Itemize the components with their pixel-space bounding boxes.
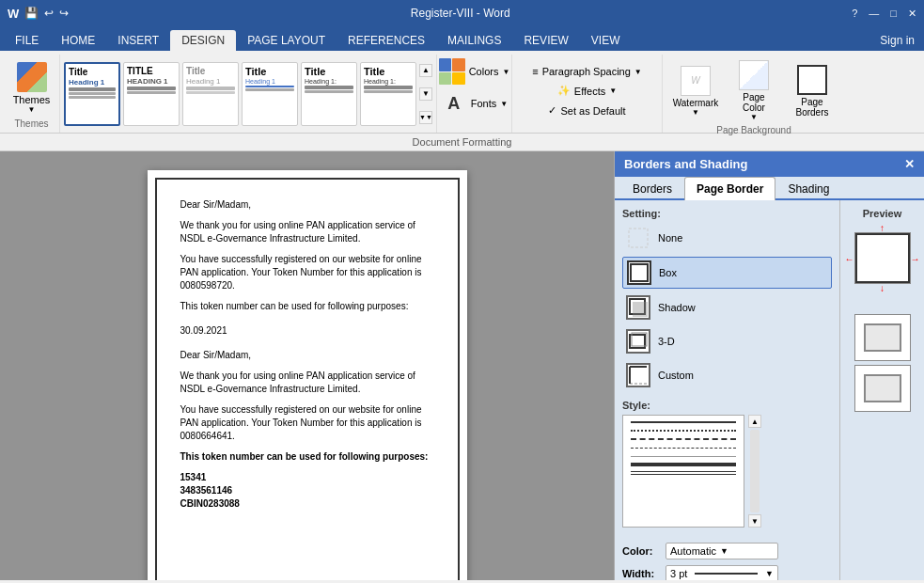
help-button[interactable]: ? [852, 8, 857, 20]
tab-file[interactable]: FILE [4, 30, 50, 51]
setting-3d[interactable]: 3-D [622, 326, 832, 356]
color-dropdown[interactable]: Automatic ▼ [666, 543, 778, 559]
style-dotted-1[interactable] [627, 428, 740, 433]
redo-icon[interactable]: ↪ [59, 7, 69, 20]
page-borders-icon [797, 65, 827, 95]
tab-insert[interactable]: INSERT [106, 30, 170, 51]
effects-chevron-icon: ▼ [609, 87, 617, 95]
none-icon-svg [627, 227, 650, 249]
watermark-button[interactable]: W Watermark ▼ [668, 62, 723, 120]
theme-preview-5[interactable]: Title Heading 1: [301, 62, 357, 126]
style-dashed-1[interactable] [627, 436, 740, 442]
close-button[interactable]: ✕ [908, 8, 916, 20]
setting-box[interactable]: Box [622, 257, 832, 289]
page-color-button[interactable]: PageColor ▼ [727, 56, 781, 125]
style-dash-dot-1[interactable] [627, 445, 740, 450]
bs-body: Setting: None [615, 200, 924, 580]
setting-custom-icon [626, 363, 650, 387]
title-bar-left: W 💾 ↩ ↪ [8, 7, 69, 21]
effects-button[interactable]: ✨ Effects ▼ [554, 83, 620, 99]
minimize-button[interactable]: — [869, 8, 879, 20]
theme-preview-3[interactable]: Title Heading 1 [182, 62, 239, 126]
colors-fonts-group: Colors ▼ A Fonts ▼ [437, 55, 512, 133]
setting-none-label: None [658, 232, 682, 244]
theme-scroll-up[interactable]: ▲ [419, 64, 432, 77]
theme-preview-4[interactable]: Title Heading 1 [242, 62, 298, 126]
fonts-button[interactable]: A Fonts ▼ [437, 88, 511, 118]
style-thin-1[interactable] [627, 453, 740, 459]
themes-label: Themes [13, 94, 51, 105]
tab-references[interactable]: REFERENCES [337, 30, 436, 51]
colors-swatch-icon [439, 58, 465, 85]
preview-box-1[interactable] [854, 232, 911, 284]
theme-scroll-more[interactable]: ▼▼ [419, 111, 432, 124]
page-borders-button[interactable]: PageBorders [785, 61, 839, 121]
style-scroll[interactable] [622, 415, 744, 528]
bs-close-icon[interactable]: ✕ [904, 157, 915, 171]
style-thick-1[interactable] [627, 462, 740, 467]
preview-left-border [855, 233, 857, 283]
style-scroll-down[interactable]: ▼ [748, 514, 761, 528]
tab-design[interactable]: DESIGN [170, 30, 236, 51]
page-bg-buttons: W Watermark ▼ PageColor ▼ PageBorders [668, 56, 839, 125]
bs-title-bar: Borders and Shading ✕ [615, 151, 924, 177]
save-icon[interactable]: 💾 [24, 7, 39, 20]
borders-shading-panel: Borders and Shading ✕ Borders Page Borde… [614, 151, 924, 580]
letter-para-7: You have successfully registered on our … [180, 403, 434, 443]
style-double-1[interactable] [627, 470, 740, 476]
width-value: 3 pt [670, 568, 687, 579]
ribbon-tabs: FILE HOME INSERT DESIGN PAGE LAYOUT REFE… [0, 26, 924, 51]
style-solid[interactable] [627, 419, 740, 425]
width-row: Width: 3 pt ▼ [622, 565, 832, 580]
preview-box-2[interactable] [854, 314, 911, 361]
tab-borders[interactable]: Borders [620, 177, 684, 200]
svg-rect-1 [631, 264, 648, 281]
tab-page-layout[interactable]: PAGE LAYOUT [236, 30, 337, 51]
bs-left-panel: Setting: None [615, 200, 839, 580]
left-border-toggle[interactable]: ← [845, 253, 854, 263]
theme-preview-1[interactable]: Title Heading 1 [64, 62, 120, 126]
setting-none-icon [626, 226, 650, 250]
width-dropdown[interactable]: 3 pt ▼ [666, 565, 778, 580]
watermark-icon: W [681, 66, 711, 96]
setting-shadow[interactable]: Shadow [622, 292, 832, 323]
paragraph-spacing-button[interactable]: ≡ Paragraph Spacing ▼ [528, 64, 646, 79]
preview-label: Preview [863, 208, 902, 219]
ribbon: Themes ▼ Themes Title Heading 1 TITLE HE… [0, 51, 924, 134]
letter-date: 30.09.2021 [180, 324, 434, 338]
tab-shading[interactable]: Shading [775, 177, 841, 200]
tab-view[interactable]: VIEW [580, 30, 632, 51]
tab-home[interactable]: HOME [50, 30, 106, 51]
document-formatting-group: Title Heading 1 TITLE HEADING 1 Title He… [60, 55, 437, 133]
paragraph-spacing-label: Paragraph Spacing [542, 66, 631, 77]
themes-button[interactable]: Themes ▼ [8, 58, 56, 118]
style-scroll-up[interactable]: ▲ [748, 415, 761, 428]
setting-label: Setting: [622, 208, 832, 219]
setting-none[interactable]: None [622, 223, 832, 253]
tab-page-border[interactable]: Page Border [684, 177, 775, 200]
fonts-label: Fonts [471, 98, 497, 109]
setting-custom[interactable]: Custom [622, 360, 832, 390]
tab-review[interactable]: REVIEW [512, 30, 579, 51]
page-color-label: PageColor [743, 92, 765, 113]
right-border-toggle[interactable]: → [911, 253, 920, 263]
letter-num-2: 3483561146 [180, 484, 434, 497]
top-border-toggle[interactable]: ↑ [880, 223, 885, 233]
color-row: Color: Automatic ▼ [622, 543, 832, 559]
document-area: Dear Sir/Madam, We thank you for using o… [0, 151, 614, 580]
colors-button[interactable]: Colors ▼ [435, 56, 514, 87]
preview-inner-3 [864, 374, 901, 402]
tab-mailings[interactable]: MAILINGS [436, 30, 512, 51]
preview-box-3[interactable] [854, 365, 911, 412]
set-as-default-button[interactable]: ✓ Set as Default [544, 102, 629, 118]
maximize-button[interactable]: □ [890, 8, 897, 20]
themes-group-label: Themes [14, 118, 48, 131]
sign-in-button[interactable]: Sign in [870, 30, 924, 51]
bottom-border-toggle[interactable]: ↓ [880, 283, 885, 293]
undo-icon[interactable]: ↩ [44, 7, 54, 20]
theme-preview-2[interactable]: TITLE HEADING 1 [123, 62, 180, 126]
page-color-chevron-icon: ▼ [750, 113, 758, 121]
theme-preview-6[interactable]: Title Heading 1: [360, 62, 416, 126]
theme-scroll-down[interactable]: ▼ [419, 87, 432, 101]
watermark-label: Watermark [673, 98, 719, 108]
